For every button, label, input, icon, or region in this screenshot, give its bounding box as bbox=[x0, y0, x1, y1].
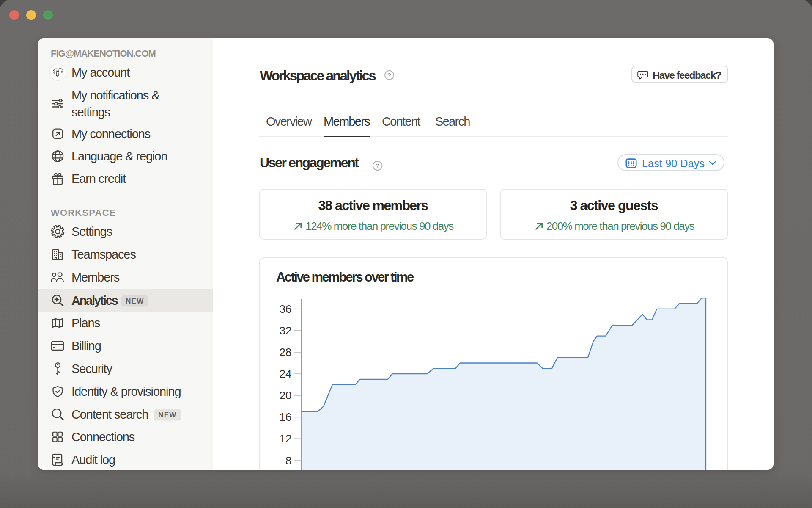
svg-text:16: 16 bbox=[280, 411, 292, 423]
svg-text:24: 24 bbox=[280, 367, 292, 380]
svg-text:28: 28 bbox=[280, 346, 292, 359]
svg-text:32: 32 bbox=[280, 324, 292, 337]
svg-text:12: 12 bbox=[280, 432, 292, 445]
svg-text:36: 36 bbox=[280, 303, 292, 315]
svg-text:8: 8 bbox=[285, 454, 291, 467]
svg-text:20: 20 bbox=[280, 389, 292, 402]
